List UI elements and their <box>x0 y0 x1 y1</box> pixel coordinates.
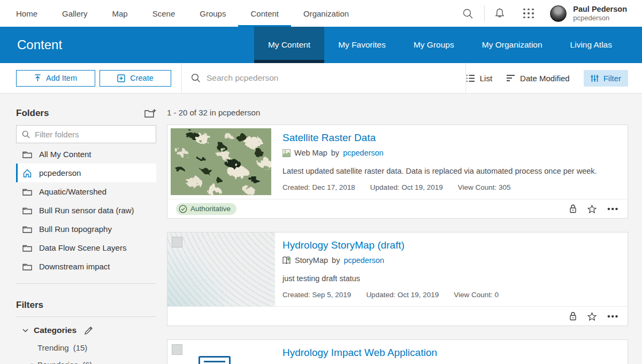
item-title-link[interactable]: Hydrology Impact Web Application <box>282 347 437 359</box>
filter-sliders-icon <box>591 74 599 82</box>
nav-item-scene[interactable]: Scene <box>140 0 188 27</box>
edit-categories-icon[interactable] <box>84 326 93 335</box>
item-thumbnail[interactable] <box>167 233 275 306</box>
filter-button[interactable]: Filter <box>584 70 628 87</box>
favorite-star-icon[interactable] <box>587 312 597 321</box>
list-view-icon <box>466 74 475 82</box>
category-label: Boundaries <box>37 360 78 364</box>
folder-filter <box>16 125 156 143</box>
satellite-thumbnail-image <box>171 128 271 195</box>
list-view-label: List <box>480 74 492 83</box>
upload-icon <box>34 74 41 82</box>
web-app-icon <box>198 356 231 364</box>
user-avatar[interactable] <box>550 5 567 22</box>
create-button[interactable]: Create <box>100 70 171 87</box>
nav-item-map[interactable]: Map <box>100 0 140 27</box>
content-header: Content My Content My Favorites My Group… <box>0 27 642 63</box>
home-icon <box>22 169 32 177</box>
add-item-button[interactable]: Add Item <box>16 70 95 87</box>
sidebar-divider <box>16 316 156 317</box>
item-owner-link[interactable]: pcpederson <box>343 149 384 157</box>
tab-my-content[interactable]: My Content <box>254 27 324 63</box>
folder-item-aquatic-watershed[interactable]: Aquatic/Watershed <box>16 182 156 201</box>
category-item-trending[interactable]: Trending (15) <box>16 343 167 352</box>
folder-filter-input[interactable] <box>35 130 150 139</box>
user-block[interactable]: Paul Pederson pcpederson <box>573 5 627 22</box>
item-select-checkbox[interactable] <box>172 344 182 355</box>
folder-item-bull-run-topography[interactable]: Bull Run topography <box>16 220 156 238</box>
folder-item-downstream-impact[interactable]: Downstream impact <box>16 257 156 276</box>
chevron-down-icon <box>22 329 28 332</box>
notifications-bell-icon[interactable] <box>494 7 505 19</box>
create-label: Create <box>130 74 154 82</box>
nav-item-content[interactable]: Content <box>238 0 291 27</box>
categories-filter-group[interactable]: Categories <box>16 326 167 335</box>
nav-item-home[interactable]: Home <box>4 0 50 27</box>
search-icon <box>22 130 30 138</box>
tab-my-favorites[interactable]: My Favorites <box>324 27 400 63</box>
categories-label: Categories <box>34 326 77 335</box>
item-view-count: View Count: 305 <box>458 183 511 191</box>
folder-item-all-my-content[interactable]: All My Content <box>16 145 156 164</box>
content-search-input[interactable] <box>207 73 431 83</box>
sharing-lock-icon[interactable] <box>569 312 577 321</box>
folder-icon <box>22 207 32 214</box>
user-name: Paul Pederson <box>573 5 627 14</box>
by-label: by <box>331 149 339 157</box>
category-count: (15) <box>73 343 88 352</box>
sort-label: Date Modified <box>520 74 570 83</box>
nav-item-gallery[interactable]: Gallery <box>50 0 100 27</box>
folders-heading: Folders <box>16 108 49 119</box>
more-options-icon[interactable]: ••• <box>607 314 619 319</box>
top-nav-right: Paul Pederson pcpederson <box>462 0 642 27</box>
folder-item-data-flow-scene-layers[interactable]: Data Flow Scene Layers <box>16 238 156 257</box>
folder-icon <box>22 188 32 196</box>
authoritative-badge: Authoritative <box>176 203 236 215</box>
toolbar: Add Item Create List <box>0 63 642 94</box>
tab-my-organization[interactable]: My Organization <box>468 27 556 63</box>
contour-thumbnail-image <box>167 233 275 306</box>
item-type: Web Map <box>294 149 327 157</box>
content-tabs: My Content My Favorites My Groups My Org… <box>254 27 626 63</box>
folder-label: Downstream impact <box>39 262 110 271</box>
folder-label: pcpederson <box>39 168 81 177</box>
item-thumbnail[interactable] <box>167 125 275 199</box>
sort-button[interactable]: Date Modified <box>506 74 570 83</box>
sharing-lock-icon[interactable] <box>569 204 577 213</box>
toolbar-right: List Date Modified Filter <box>466 70 628 87</box>
page-body: Folders <box>0 94 642 364</box>
item-updated: Updated: Oct 19, 2019 <box>370 183 443 191</box>
favorite-star-icon[interactable] <box>587 205 597 213</box>
list-view-button[interactable]: List <box>466 74 492 83</box>
tab-living-atlas[interactable]: Living Atlas <box>556 27 626 63</box>
folder-label: Aquatic/Watershed <box>39 187 106 196</box>
item-thumbnail[interactable] <box>167 340 275 364</box>
filters-heading: Filters <box>16 300 43 310</box>
folder-item-pcpederson[interactable]: pcpederson <box>16 164 156 182</box>
folder-label: Bull Run sensor data (raw) <box>39 206 134 215</box>
item-title-link[interactable]: Satellite Raster Data <box>282 132 376 144</box>
new-folder-icon[interactable] <box>144 109 156 118</box>
category-item-boundaries[interactable]: Boundaries (6) <box>16 360 167 364</box>
nav-item-groups[interactable]: Groups <box>187 0 238 27</box>
folder-item-bull-run-sensor-data[interactable]: Bull Run sensor data (raw) <box>16 201 156 220</box>
app-launcher-icon[interactable] <box>523 9 534 19</box>
nav-item-organization[interactable]: Organization <box>291 0 361 27</box>
content-item-card: Satellite Raster Data Web Map by pcpeder… <box>167 125 628 219</box>
plus-square-icon <box>117 74 125 82</box>
item-view-count: View Count: 0 <box>454 291 499 299</box>
item-owner-link[interactable]: pcpederson <box>343 256 384 265</box>
tab-my-groups[interactable]: My Groups <box>400 27 468 63</box>
item-description: just testing draft status <box>282 274 619 283</box>
top-nav-items: Home Gallery Map Scene Groups Content Or… <box>4 0 361 27</box>
more-options-icon[interactable]: ••• <box>607 207 619 211</box>
folder-icon <box>22 263 32 270</box>
folder-label: Data Flow Scene Layers <box>39 243 126 252</box>
nav-divider <box>484 5 485 21</box>
page-title: Content <box>17 37 62 52</box>
item-updated: Updated: Oct 19, 2019 <box>366 291 439 299</box>
item-select-checkbox[interactable] <box>172 237 182 247</box>
search-icon[interactable] <box>462 8 473 19</box>
item-title-link[interactable]: Hydrology StoryMap (draft) <box>282 239 404 251</box>
item-type: StoryMap <box>295 256 328 265</box>
